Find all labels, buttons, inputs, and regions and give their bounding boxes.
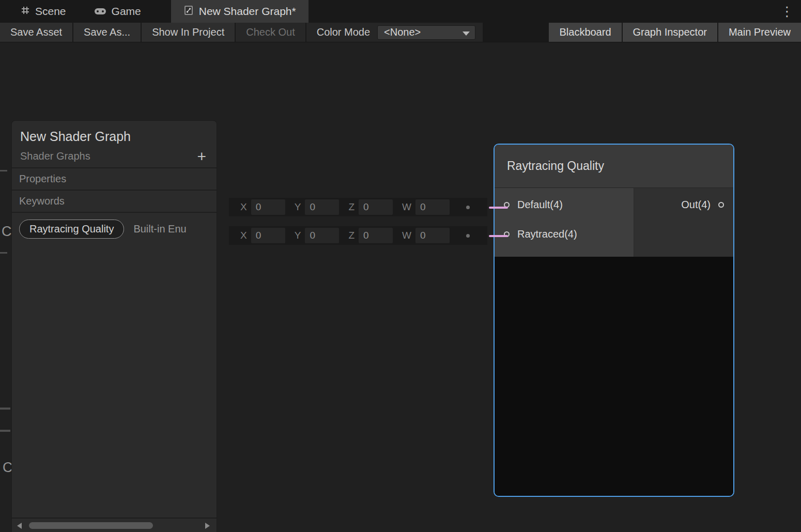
vector-field-z: Z 0 (348, 228, 393, 243)
section-properties[interactable]: Properties (12, 168, 217, 191)
vector-field-label: Y (295, 230, 301, 241)
vector-field-input[interactable]: 0 (251, 199, 285, 215)
graph-toolbar: Save Asset Save As... Show In Project Ch… (0, 23, 801, 42)
vector-field-input[interactable]: 0 (359, 199, 393, 215)
vector4-field-row: X 0 Y 0 Z 0 W 0 (229, 226, 487, 245)
node-input-section: Default(4) Raytraced(4) (495, 188, 634, 257)
vector-field-input[interactable]: 0 (415, 228, 450, 243)
input-port-label: Default(4) (517, 199, 563, 211)
blackboard-subtitle: Shader Graphs (20, 150, 90, 162)
color-mode-label: Color Mode (317, 26, 370, 38)
node-title-bar: Raytracing Quality (495, 145, 733, 188)
gamepad-icon (94, 5, 106, 18)
input-port-label: Raytraced(4) (517, 228, 577, 240)
tab-label: New Shader Graph* (199, 5, 296, 18)
tab-scene[interactable]: Scene (8, 0, 79, 23)
node-title: Raytracing Quality (507, 159, 604, 173)
output-port-icon[interactable] (718, 202, 724, 208)
vector-field-w: W 0 (402, 199, 450, 215)
vector-field-label: Z (348, 201, 355, 213)
graph-inspector-toggle-button[interactable]: Graph Inspector (623, 23, 717, 42)
node-output-section: Out(4) (634, 188, 733, 257)
clipped-node-edge (0, 170, 7, 171)
vector4-field-row: X 0 Y 0 Z 0 W 0 (229, 198, 487, 216)
vector-field-y: Y 0 (295, 228, 340, 243)
node-raytracing-quality[interactable]: Raytracing Quality Default(4) Raytraced(… (494, 144, 734, 497)
vector-field-label: X (240, 230, 247, 241)
vector-field-input[interactable]: 0 (305, 199, 339, 215)
tab-game[interactable]: Game (82, 0, 153, 23)
section-keywords[interactable]: Keywords (12, 191, 217, 213)
scene-grid-icon (21, 5, 30, 18)
color-mode-dropdown[interactable]: <None> (377, 25, 475, 40)
keyword-pill[interactable]: Raytracing Quality (19, 220, 124, 239)
vector-field-y: Y 0 (295, 199, 340, 215)
port-dot-icon (466, 234, 470, 238)
vector-field-label: Z (348, 230, 355, 241)
keyword-item-row: Raytracing Quality Built-in Enu (19, 220, 217, 239)
scroll-right-icon[interactable] (205, 523, 210, 529)
vector-field-input[interactable]: 0 (251, 228, 285, 243)
vector-field-label: W (402, 230, 411, 241)
vector-field-x: X 0 (240, 199, 285, 215)
output-port-label: Out(4) (681, 199, 711, 211)
blackboard-content: Raytracing Quality Built-in Enu (12, 213, 217, 518)
main-preview-toggle-button[interactable]: Main Preview (718, 23, 801, 42)
scrollbar-thumb[interactable] (29, 522, 153, 529)
shader-graph-editor-window: Scene Game New Shader Graph* ⋮ Save Asse… (0, 0, 801, 532)
tab-label: Game (112, 5, 141, 18)
tab-new-shader-graph[interactable]: New Shader Graph* (171, 0, 309, 23)
chevron-down-icon (463, 32, 470, 36)
vector-field-input[interactable]: 0 (359, 228, 393, 243)
toolbar-right-group: Blackboard Graph Inspector Main Preview (549, 23, 801, 42)
save-asset-button[interactable]: Save Asset (0, 23, 72, 42)
vector-field-label: X (240, 201, 247, 213)
vector-field-w: W 0 (402, 228, 450, 243)
clipped-node-edge (0, 408, 10, 410)
clipped-node-edge (0, 430, 10, 432)
vector-field-x: X 0 (240, 228, 285, 243)
blackboard-toggle-button[interactable]: Blackboard (549, 23, 621, 42)
input-port-row: Raytraced(4) (495, 220, 634, 249)
add-property-button[interactable]: + (195, 151, 208, 162)
vector-field-label: Y (295, 201, 301, 213)
kebab-menu-icon[interactable]: ⋮ (773, 0, 801, 23)
shader-graph-asset-icon (183, 5, 194, 18)
blackboard-panel: New Shader Graph Shader Graphs + Propert… (11, 120, 217, 532)
color-mode-value: <None> (384, 26, 421, 38)
input-port-row: Default(4) (495, 190, 634, 220)
vector-field-input[interactable]: 0 (415, 199, 450, 215)
keyword-type-label: Built-in Enu (133, 223, 186, 235)
edge-connection[interactable] (489, 235, 508, 237)
edge-connection[interactable] (489, 207, 508, 209)
clipped-node-text: C (2, 224, 12, 240)
blackboard-header: New Shader Graph Shader Graphs + (12, 121, 217, 167)
vector-field-input[interactable]: 0 (305, 228, 339, 243)
port-dot-icon (466, 206, 470, 209)
check-out-button: Check Out (236, 23, 305, 42)
vector-field-z: Z 0 (348, 199, 393, 215)
horizontal-scrollbar[interactable] (12, 518, 217, 532)
color-mode-group: Color Mode <None> (306, 23, 483, 42)
show-in-project-button[interactable]: Show In Project (142, 23, 235, 42)
vector-field-label: W (402, 201, 411, 213)
node-port-area: Default(4) Raytraced(4) Out(4) (495, 188, 733, 257)
scroll-left-icon[interactable] (17, 523, 22, 529)
node-preview (495, 257, 733, 496)
tab-label: Scene (35, 5, 66, 18)
output-port-row: Out(4) (634, 190, 733, 220)
save-as-button[interactable]: Save As... (73, 23, 141, 42)
tab-bar: Scene Game New Shader Graph* ⋮ (0, 0, 801, 23)
clipped-node-edge (0, 252, 7, 254)
blackboard-title: New Shader Graph (20, 129, 208, 144)
